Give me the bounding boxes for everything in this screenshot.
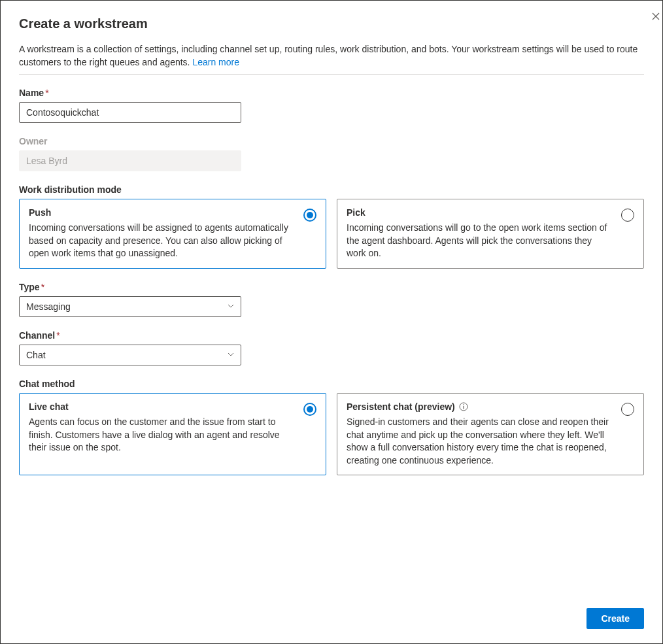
radio-icon xyxy=(621,209,634,222)
live-chat-description: Agents can focus on the customer and the… xyxy=(29,416,294,454)
distribution-field: Work distribution mode Push Incoming con… xyxy=(19,184,644,269)
live-chat-title: Live chat xyxy=(29,401,294,412)
close-icon[interactable] xyxy=(652,11,660,23)
chat-method-options: Live chat Agents can focus on the custom… xyxy=(19,393,644,475)
svg-rect-2 xyxy=(463,406,464,409)
name-label: Name* xyxy=(19,88,644,98)
distribution-option-pick[interactable]: Pick Incoming conversations will go to t… xyxy=(337,199,644,269)
name-input[interactable] xyxy=(19,102,241,123)
distribution-label: Work distribution mode xyxy=(19,184,644,195)
owner-label: Owner xyxy=(19,136,644,146)
channel-select[interactable]: Chat xyxy=(19,345,241,365)
persistent-chat-description: Signed-in customers and their agents can… xyxy=(347,416,612,467)
type-label: Type* xyxy=(19,282,644,292)
owner-field: Owner xyxy=(19,136,644,171)
info-icon[interactable] xyxy=(459,402,468,411)
radio-icon xyxy=(621,403,634,416)
distribution-options: Push Incoming conversations will be assi… xyxy=(19,199,644,269)
required-indicator: * xyxy=(56,330,60,341)
channel-field: Channel* Chat xyxy=(19,330,644,365)
pick-description: Incoming conversations will go to the op… xyxy=(347,222,612,260)
required-indicator: * xyxy=(41,282,44,292)
learn-more-link[interactable]: Learn more xyxy=(192,57,239,67)
channel-select-wrap: Chat xyxy=(19,345,241,365)
chat-method-field: Chat method Live chat Agents can focus o… xyxy=(19,379,644,475)
push-title: Push xyxy=(29,207,294,218)
chat-method-label: Chat method xyxy=(19,379,644,389)
distribution-option-push[interactable]: Push Incoming conversations will be assi… xyxy=(19,199,326,269)
pick-title: Pick xyxy=(347,207,612,218)
radio-icon xyxy=(303,209,316,222)
svg-point-1 xyxy=(463,404,464,405)
panel-footer: Create xyxy=(1,598,662,643)
panel-title: Create a workstream xyxy=(19,16,644,31)
type-select[interactable]: Messaging xyxy=(19,296,241,317)
channel-label-text: Channel xyxy=(19,330,55,341)
push-description: Incoming conversations will be assigned … xyxy=(29,222,294,260)
channel-label: Channel* xyxy=(19,330,644,341)
name-label-text: Name xyxy=(19,88,44,98)
chat-method-option-live[interactable]: Live chat Agents can focus on the custom… xyxy=(19,393,326,475)
required-indicator: * xyxy=(45,88,48,98)
persistent-chat-title-text: Persistent chat (preview) xyxy=(347,401,455,412)
create-button[interactable]: Create xyxy=(586,608,644,629)
type-label-text: Type xyxy=(19,282,40,292)
owner-input xyxy=(19,150,241,171)
persistent-chat-title: Persistent chat (preview) xyxy=(347,401,612,412)
chat-method-option-persistent[interactable]: Persistent chat (preview) Signed-in cust… xyxy=(337,393,644,475)
panel-description: A workstream is a collection of settings… xyxy=(19,43,644,75)
description-text: A workstream is a collection of settings… xyxy=(19,44,638,67)
name-field: Name* xyxy=(19,88,644,123)
create-workstream-panel: Create a workstream A workstream is a co… xyxy=(1,1,662,643)
radio-icon xyxy=(303,403,316,416)
type-select-wrap: Messaging xyxy=(19,296,241,317)
type-field: Type* Messaging xyxy=(19,282,644,317)
